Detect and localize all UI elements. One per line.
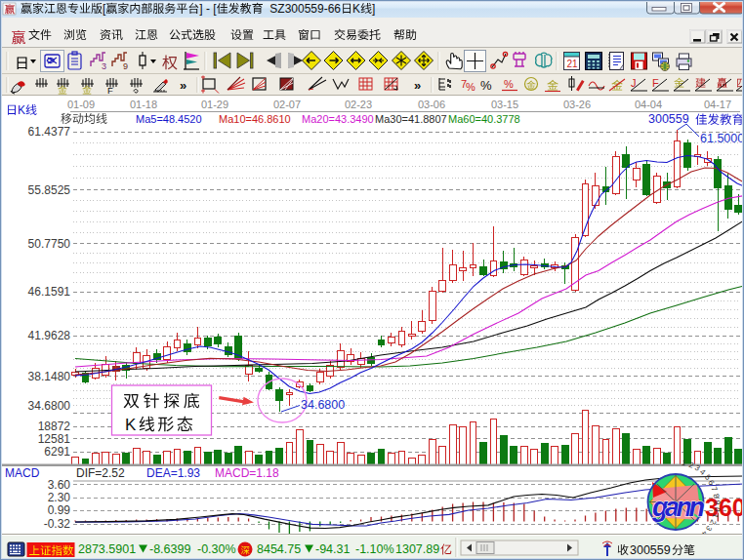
svg-text:02-07: 02-07 bbox=[273, 99, 301, 110]
svg-text:04-17: 04-17 bbox=[704, 99, 731, 110]
svg-text:]: ] bbox=[372, 2, 375, 16]
svg-text:12581: 12581 bbox=[38, 432, 71, 446]
svg-text:02-23: 02-23 bbox=[345, 99, 372, 110]
svg-text:34.6800: 34.6800 bbox=[28, 399, 71, 413]
svg-text:3: 3 bbox=[102, 61, 106, 71]
svg-text:6291: 6291 bbox=[44, 445, 70, 459]
svg-text:50.7750: 50.7750 bbox=[28, 237, 71, 251]
svg-text:»: » bbox=[180, 78, 186, 93]
svg-text:01-29: 01-29 bbox=[201, 99, 228, 110]
svg-text:Ma5=48.4520: Ma5=48.4520 bbox=[136, 113, 202, 125]
svg-text:0.99: 0.99 bbox=[48, 503, 71, 517]
svg-text:300559: 300559 bbox=[630, 543, 671, 557]
svg-text:»: » bbox=[414, 78, 421, 93]
svg-text:61.4377: 61.4377 bbox=[28, 125, 71, 139]
svg-text:3.60: 3.60 bbox=[48, 478, 71, 492]
svg-text:03-06: 03-06 bbox=[418, 99, 445, 110]
svg-text:SZ300559-66: SZ300559-66 bbox=[269, 2, 341, 16]
svg-text:55.8525: 55.8525 bbox=[28, 183, 71, 197]
svg-text:F: F bbox=[107, 85, 113, 96]
svg-text:-0.32: -0.32 bbox=[44, 517, 71, 531]
svg-text:K: K bbox=[18, 103, 25, 117]
svg-text:41.9628: 41.9628 bbox=[28, 329, 71, 342]
svg-text:DEA=1.93: DEA=1.93 bbox=[146, 466, 200, 480]
svg-text:]: ] bbox=[199, 2, 202, 16]
svg-text:61.5000: 61.5000 bbox=[700, 132, 744, 145]
svg-text:DIF=2.52: DIF=2.52 bbox=[76, 466, 125, 480]
svg-text:%: % bbox=[466, 81, 475, 93]
svg-text:MACD=1.18: MACD=1.18 bbox=[215, 466, 279, 480]
svg-text:1307.89: 1307.89 bbox=[395, 542, 439, 556]
svg-text:K: K bbox=[125, 416, 137, 434]
svg-text:gann: gann bbox=[651, 493, 705, 522]
svg-text:360: 360 bbox=[705, 494, 744, 521]
svg-text:-8.6399: -8.6399 bbox=[149, 542, 190, 556]
svg-text:F: F bbox=[652, 77, 659, 89]
svg-text:34.6800: 34.6800 bbox=[301, 398, 345, 412]
svg-text:8454.75: 8454.75 bbox=[257, 542, 301, 556]
svg-text:03-26: 03-26 bbox=[563, 99, 591, 110]
svg-text:-94.31: -94.31 bbox=[315, 542, 350, 556]
svg-text:38.1480: 38.1480 bbox=[28, 370, 71, 383]
svg-text:Ma30=41.8807: Ma30=41.8807 bbox=[375, 113, 447, 125]
svg-text:Ma20=43.3490: Ma20=43.3490 bbox=[302, 113, 374, 125]
svg-text:03-15: 03-15 bbox=[491, 99, 518, 110]
svg-text:K: K bbox=[352, 2, 360, 16]
svg-text:21: 21 bbox=[567, 59, 579, 69]
svg-text:2873.5901: 2873.5901 bbox=[78, 542, 136, 556]
svg-text:01-18: 01-18 bbox=[130, 99, 157, 110]
svg-text:Ma10=46.8610: Ma10=46.8610 bbox=[219, 113, 291, 125]
svg-text:-: - bbox=[206, 2, 210, 16]
svg-text:-1.10%: -1.10% bbox=[355, 542, 394, 556]
svg-text:9: 9 bbox=[123, 61, 128, 71]
svg-text:300559: 300559 bbox=[648, 112, 689, 126]
svg-text:%: % bbox=[504, 78, 514, 90]
svg-text:-0.30%: -0.30% bbox=[197, 542, 236, 556]
svg-text:%: % bbox=[480, 78, 492, 93]
svg-text:46.1591: 46.1591 bbox=[28, 285, 71, 299]
svg-text:MACD: MACD bbox=[5, 466, 40, 480]
svg-text:Ma60=40.3778: Ma60=40.3778 bbox=[448, 113, 520, 125]
svg-text:01-09: 01-09 bbox=[67, 99, 95, 110]
svg-text:2.30: 2.30 bbox=[48, 491, 71, 504]
svg-text:04-04: 04-04 bbox=[635, 99, 662, 110]
